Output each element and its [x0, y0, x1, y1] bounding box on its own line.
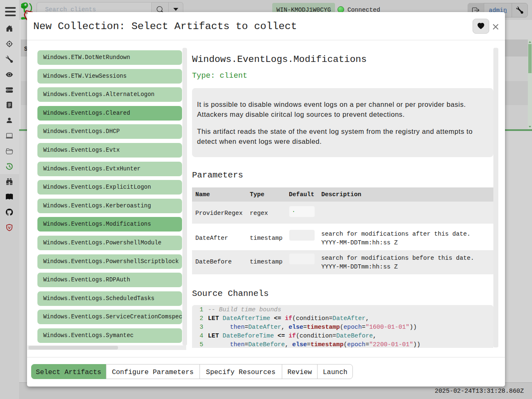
svg-text:V: V	[8, 225, 11, 229]
